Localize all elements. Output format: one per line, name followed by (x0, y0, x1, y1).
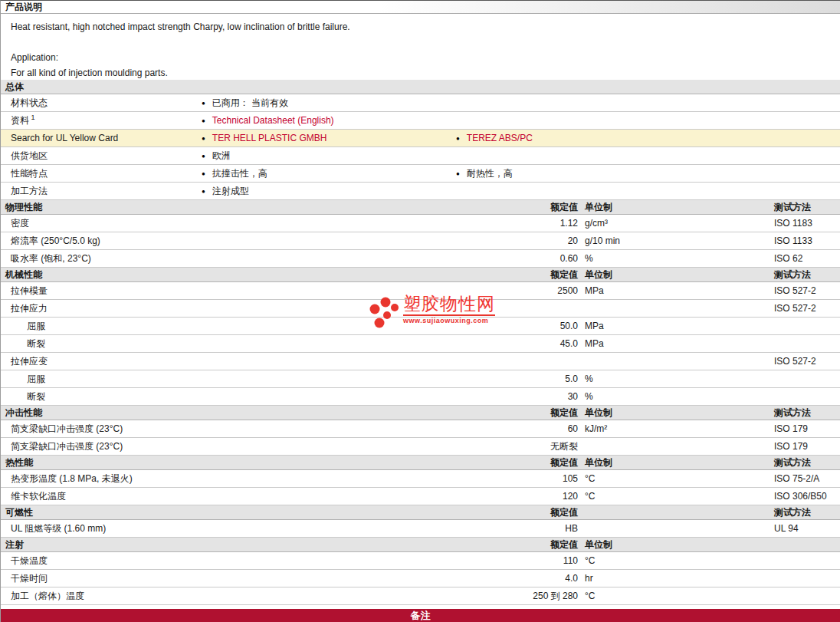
property-test-method: ISO 75-2/A (771, 473, 840, 484)
bullet-icon: ● (202, 170, 205, 177)
column-header-test-method: 测试方法 (771, 506, 840, 519)
property-rated-value: 4.0 (486, 573, 578, 584)
general-row-value-cell: ●抗撞击性，高 (191, 167, 445, 180)
datasheet-link[interactable]: TER HELL PLASTIC GMBH (212, 133, 327, 143)
general-row-value-cell: ●TER HELL PLASTIC GMBH (191, 133, 445, 143)
property-row: 密度1.12g/cm³ISO 1183 (1, 215, 840, 232)
property-rated-value: 1.12 (486, 218, 578, 229)
column-header-rated-value: 额定值 (486, 506, 578, 519)
section-header-bar: 物理性能额定值单位制测试方法 (1, 200, 840, 215)
product-description-text: Heat resistant, high notched impact stre… (1, 14, 840, 80)
property-unit: °C (578, 473, 771, 484)
column-header-test-method: 测试方法 (771, 201, 840, 214)
general-section: 总体材料状态●已商用： 当前有效资料 1●Technical Datasheet… (1, 80, 840, 200)
section-title: 可燃性 (1, 506, 486, 519)
property-name: 加工（熔体）温度 (1, 590, 486, 603)
property-rated-value: 105 (486, 473, 578, 484)
description-line: For all kind of injection moulding parts… (11, 65, 840, 81)
property-name: 拉伸应力 (1, 302, 486, 315)
property-sections: 物理性能额定值单位制测试方法密度1.12g/cm³ISO 1183熔流率 (25… (1, 200, 840, 605)
datasheet-link[interactable]: Technical Datasheet (English) (212, 115, 334, 126)
property-row: 维卡软化温度120°CISO 306/B50 (1, 488, 840, 505)
section-header-bar: 总体 (1, 80, 840, 94)
product-description-title: 产品说明 (5, 1, 42, 14)
property-test-method: ISO 179 (771, 423, 840, 434)
general-row-label: 资料 1 (1, 114, 191, 127)
column-header-unit: 单位制 (578, 456, 771, 469)
property-unit: MPa (578, 285, 771, 296)
property-row: 热变形温度 (1.8 MPa, 未退火)105°CISO 75-2/A (1, 470, 840, 488)
property-unit: g/10 min (578, 235, 771, 246)
general-row: 性能特点●抗撞击性，高●耐热性，高 (1, 165, 840, 183)
property-name: 断裂 (1, 390, 486, 403)
property-rated-value: 30 (486, 391, 578, 402)
general-row-value-cell: ●Technical Datasheet (English) (191, 115, 445, 126)
property-name: UL 阻燃等级 (1.60 mm) (1, 522, 486, 535)
property-test-method: ISO 306/B50 (771, 491, 840, 502)
property-name: 断裂 (1, 337, 486, 350)
property-row: 拉伸应变ISO 527-2 (1, 353, 840, 370)
column-header-test-method: 测试方法 (771, 406, 840, 420)
property-name: 屈服 (1, 320, 486, 333)
property-test-method: ISO 62 (771, 253, 840, 264)
property-unit: MPa (578, 338, 771, 349)
property-row: 屈服5.0% (1, 370, 840, 388)
section-header-bar: 机械性能额定值单位制测试方法 (1, 268, 840, 282)
column-header-rated-value: 额定值 (486, 538, 578, 551)
property-unit: hr (578, 573, 771, 584)
property-rated-value: 5.0 (486, 374, 578, 384)
bullet-icon: ● (202, 135, 205, 142)
property-row: 熔流率 (250°C/5.0 kg)20g/10 minISO 1133 (1, 232, 840, 250)
property-row: 拉伸模量2500MPaISO 527-2 (1, 282, 840, 300)
section-header-product-description: 产品说明 (1, 1, 840, 14)
property-rated-value: 45.0 (486, 338, 578, 349)
property-name: 拉伸应变 (1, 355, 486, 368)
property-test-method: ISO 527-2 (771, 356, 840, 367)
general-value-text: 耐热性，高 (467, 167, 513, 180)
property-name: 干燥时间 (1, 572, 486, 585)
property-unit: °C (578, 591, 771, 601)
bullet-icon: ● (202, 153, 205, 160)
general-value-text: 抗撞击性，高 (212, 167, 267, 180)
general-row: 供货地区●欧洲 (1, 147, 840, 165)
property-unit: MPa (578, 321, 771, 331)
property-unit: °C (578, 491, 771, 502)
property-test-method: ISO 527-2 (771, 303, 840, 314)
column-header-unit: 单位制 (578, 406, 771, 420)
section-title: 冲击性能 (1, 406, 486, 420)
property-row: 拉伸应力ISO 527-2 (1, 300, 840, 318)
property-row: 简支梁缺口冲击强度 (23°C)60kJ/m²ISO 179 (1, 420, 840, 438)
description-line: Heat resistant, high notched impact stre… (11, 19, 840, 35)
general-value-text: 注射成型 (212, 185, 249, 198)
property-rated-value: 110 (486, 555, 578, 566)
property-row: UL 阻燃等级 (1.60 mm)HBUL 94 (1, 520, 840, 538)
property-rated-value: 50.0 (486, 321, 578, 331)
property-rated-value: 2500 (486, 285, 578, 296)
datasheet-link[interactable]: TEREZ ABS/PC (467, 133, 533, 143)
general-value-text: 已商用： 当前有效 (212, 97, 288, 110)
column-header-rated-value: 额定值 (486, 201, 578, 214)
property-row: 屈服50.0MPa (1, 318, 840, 335)
property-name: 热变形温度 (1.8 MPa, 未退火) (1, 472, 486, 485)
property-row: 干燥温度110°C (1, 552, 840, 570)
general-row-label-text: Search for UL Yellow Card (11, 133, 118, 143)
section-title: 热性能 (1, 456, 486, 469)
column-header-test-method: 测试方法 (771, 456, 840, 469)
bullet-icon: ● (456, 170, 460, 177)
property-unit: kJ/m² (578, 423, 771, 434)
general-row-value-cell: ●耐热性，高 (445, 167, 840, 180)
property-name: 简支梁缺口冲击强度 (23°C) (1, 423, 486, 436)
bullet-icon: ● (202, 100, 205, 107)
section-title: 物理性能 (1, 201, 486, 214)
general-row-label-text: 供货地区 (11, 150, 48, 161)
property-rated-value: 250 到 280 (486, 590, 578, 603)
property-test-method: UL 94 (771, 523, 840, 534)
column-header-unit: 单位制 (578, 201, 771, 214)
property-name: 拉伸模量 (1, 285, 486, 298)
property-name: 干燥温度 (1, 555, 486, 568)
section-header-bar: 注射额定值单位制 (1, 538, 840, 552)
general-row: 加工方法●注射成型 (1, 183, 840, 200)
property-test-method: ISO 527-2 (771, 285, 840, 296)
property-rated-value: 无断裂 (486, 440, 578, 453)
property-row: 断裂30% (1, 388, 840, 406)
